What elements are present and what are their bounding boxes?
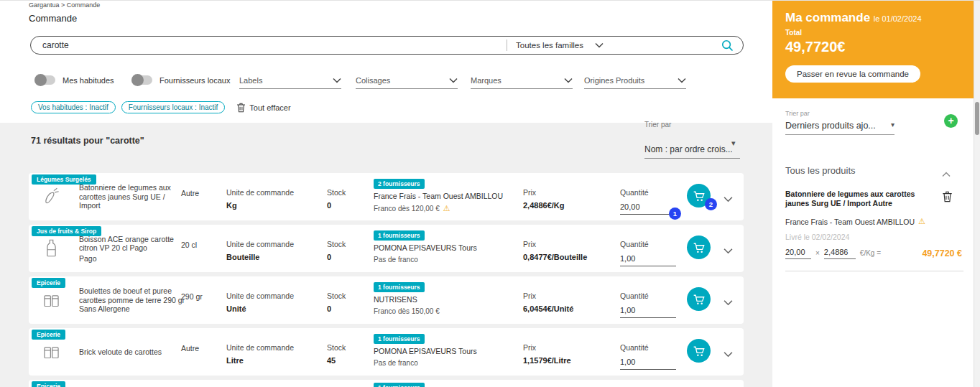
cart-sort-value: Derniers produits ajo... (785, 121, 876, 131)
cart-header: Ma commande le 01/02/2024 Total 49,7720€… (772, 1, 974, 98)
quantity-input[interactable] (620, 304, 676, 318)
search-bar: Toutes les familles (30, 36, 744, 55)
cart-item-delivery-date: Livré le 02/02/2024 (785, 233, 849, 241)
franco-text: Franco dès 150,00 € (374, 307, 440, 315)
price-label: Prix (523, 292, 573, 300)
expand-row-chevron-icon[interactable] (724, 348, 733, 360)
clear-all-label: Tout effacer (249, 103, 290, 112)
cart-item-quantity-row: × €/Kg = 49,7720 € (785, 247, 962, 259)
cart-section-title[interactable]: Tous les produits (785, 165, 856, 176)
toggle-mes-habitudes[interactable]: Mes habitudes (34, 75, 114, 85)
chip-fournisseurs-locaux[interactable]: Fournisseurs locaux : Inactif (121, 101, 226, 113)
cart-sort-dropdown[interactable]: Derniers produits ajo... ▾ (785, 121, 895, 135)
clear-all-filters-button[interactable]: Tout effacer (236, 103, 290, 113)
toggle-fournisseurs-locaux[interactable]: Fournisseurs locaux (131, 75, 230, 85)
supplier-block: 1 fournisseurs NUTRISENS Franco dès 150,… (374, 279, 523, 315)
franco-text: Franco dès 120,00 € (374, 205, 440, 213)
search-input[interactable] (31, 40, 507, 50)
product-variant: Autre (181, 189, 199, 197)
warning-icon: ⚠ (443, 204, 450, 213)
expand-row-chevron-icon[interactable] (724, 296, 733, 309)
add-to-cart-button[interactable]: 2 (687, 184, 711, 208)
cart-quantity-input[interactable] (785, 247, 811, 259)
chip-vos-habitudes[interactable]: Vos habitudes : Inactif (31, 101, 116, 113)
filter-label: Marques (471, 76, 501, 85)
expand-row-chevron-icon[interactable] (724, 192, 733, 205)
category-badge: Epicerie (32, 381, 65, 387)
franco-info: Franco dès 150,00 € (374, 307, 523, 315)
quantity-input[interactable] (620, 201, 676, 215)
page-title: Commande (29, 13, 77, 24)
price-value: 6,0454€/Unité (523, 304, 573, 313)
product-name: Boisson ACE orange carotte citron VP 20 … (79, 235, 188, 253)
toggle-label: Fournisseurs locaux (160, 76, 230, 85)
add-to-cart-button[interactable] (687, 287, 711, 311)
search-icon[interactable] (721, 39, 743, 52)
chevron-up-icon[interactable] (942, 167, 951, 180)
filter-label: Colisages (356, 76, 390, 85)
product-variant: 20 cl (181, 241, 197, 249)
cart-icon (693, 241, 706, 254)
family-filter-dropdown[interactable]: Toutes les familles (507, 39, 612, 51)
scrollbar-thumb[interactable] (975, 102, 979, 135)
supplier-block: 1 fournisseurs POMONA EPISAVEURS Tours P… (374, 331, 523, 367)
breadcrumb[interactable]: Gargantua > Commande (29, 1, 100, 9)
cart-unit-price-input[interactable] (824, 247, 856, 259)
supplier-block: 1 fournisseurs POMONA EPISAVEURS Tours P… (374, 228, 523, 264)
unit-label: Unite de commande (226, 188, 294, 197)
cart-icon (693, 190, 706, 202)
unit-value: Unité (226, 304, 294, 313)
product-row: Légumes Surgelés Batonniere de legumes a… (29, 173, 744, 220)
quantity-input[interactable] (620, 356, 676, 370)
add-to-cart-button[interactable] (687, 339, 711, 363)
stock-label: Stock (327, 292, 346, 300)
product-row: Epicerie 1 fournisseurs (29, 380, 744, 387)
product-image-cans-icon (42, 290, 61, 309)
remove-item-trash-icon[interactable] (942, 191, 953, 205)
price-value: 1,1579€/Litre (523, 356, 571, 365)
product-image-bottle-icon (42, 238, 61, 258)
stock-label: Stock (327, 240, 346, 248)
add-product-button[interactable]: + (944, 114, 958, 128)
cart-icon (693, 293, 706, 306)
expand-row-chevron-icon[interactable] (724, 244, 733, 257)
trash-icon (236, 103, 246, 113)
supplier-name: POMONA EPISAVEURS Tours (374, 347, 523, 355)
caret-down-icon[interactable]: ▾ (731, 139, 736, 148)
product-name: Boulettes de boeuf et puree carottes pom… (79, 286, 188, 314)
cart-item-divider (785, 271, 963, 271)
sort-dropdown[interactable]: Nom : par ordre crois... (644, 144, 740, 159)
price-value: 0,8477€/Bouteille (523, 253, 587, 261)
product-image-carrot-icon (42, 187, 61, 206)
stock-value: 0 (327, 304, 346, 313)
filter-colisages[interactable]: Colisages (356, 72, 458, 89)
product-image-cans-icon (42, 342, 61, 361)
quantity-label: Quantité (620, 188, 676, 197)
cart-item-supplier: France Frais - Team Ouest AMBILLOU ⚠ (785, 217, 925, 226)
toggle-switch[interactable] (131, 75, 152, 85)
review-order-button[interactable]: Passer en revue la commande (785, 65, 920, 83)
filter-label: Labels (239, 76, 262, 85)
suppliers-count-badge: 1 fournisseurs (374, 334, 425, 344)
unit-label: Unite de commande (226, 240, 294, 248)
page-scrollbar[interactable] (974, 1, 980, 387)
filter-marques[interactable]: Marques (471, 72, 573, 89)
chevron-down-icon (678, 78, 686, 83)
filter-origines-produits[interactable]: Origines Produits (584, 72, 686, 89)
filter-labels[interactable]: Labels (239, 72, 341, 89)
unit-value: Bouteille (226, 253, 294, 261)
suppliers-count-badge: 1 fournisseurs (374, 282, 425, 292)
suppliers-count-badge: 1 fournisseurs (374, 383, 425, 387)
active-filter-chips: Vos habitudes : Inactif Fournisseurs loc… (31, 101, 291, 113)
cart-sidebar: Ma commande le 01/02/2024 Total 49,7720€… (772, 1, 974, 387)
unit-value: Kg (226, 201, 294, 210)
chevron-down-icon (333, 78, 341, 83)
quantity-input[interactable] (620, 253, 676, 266)
add-to-cart-button[interactable] (687, 236, 711, 259)
product-variant: 290 gr (181, 292, 203, 301)
results-count: 71 résultats pour "carotte" (31, 136, 144, 146)
toggle-switch[interactable] (34, 75, 55, 85)
price-label: Prix (523, 343, 571, 352)
supplier-name: NUTRISENS (374, 295, 523, 304)
stock-value: 45 (327, 356, 346, 365)
